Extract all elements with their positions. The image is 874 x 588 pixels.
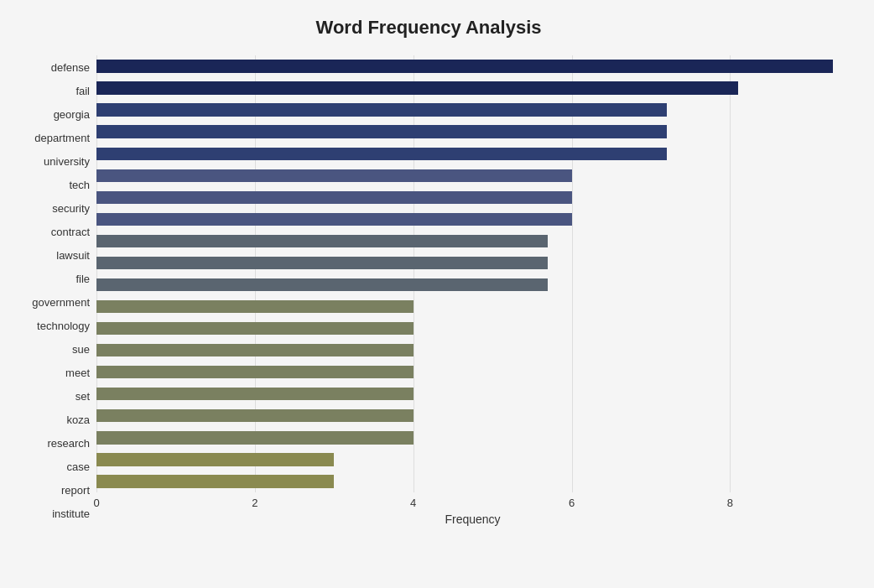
chart-container: Word Frequency Analysis defensefailgeorg… <box>0 0 874 588</box>
bar <box>96 366 414 378</box>
y-labels: defensefailgeorgiadepartmentuniversityte… <box>8 55 96 526</box>
y-label: tech <box>69 173 90 196</box>
bar <box>96 191 572 204</box>
bar-row <box>96 143 849 164</box>
bar-row <box>96 273 849 295</box>
bar <box>96 148 667 160</box>
y-label: contract <box>51 220 90 243</box>
chart-title: Word Frequency Analysis <box>8 17 849 39</box>
y-label: university <box>44 149 90 173</box>
x-tick: 2 <box>252 497 258 509</box>
bar <box>96 322 414 335</box>
y-label: institute <box>52 502 90 526</box>
bar-row <box>96 121 849 143</box>
bar-row <box>96 405 849 427</box>
bar <box>96 60 833 72</box>
bar-row <box>96 296 849 318</box>
bars-and-x: Frequency 02468 <box>96 55 849 526</box>
y-label: government <box>32 290 90 314</box>
x-axis: Frequency 02468 <box>96 492 849 526</box>
bar <box>96 125 667 138</box>
bar-row <box>96 449 849 471</box>
y-label: file <box>75 267 90 290</box>
bar <box>96 257 548 269</box>
x-tick: 8 <box>727 497 733 509</box>
y-label: technology <box>37 315 90 338</box>
bar-row <box>96 186 849 208</box>
y-label: sue <box>72 338 90 362</box>
y-label: department <box>34 126 90 149</box>
bar <box>96 475 334 487</box>
x-tick: 0 <box>93 497 99 509</box>
bar <box>96 278 548 291</box>
bar-row <box>96 208 849 230</box>
bars-area <box>96 55 849 492</box>
y-label: defense <box>51 55 90 79</box>
bar-row <box>96 252 849 273</box>
bar <box>96 431 414 444</box>
bar-row <box>96 164 849 186</box>
y-label: report <box>61 479 90 502</box>
y-label: set <box>75 385 90 408</box>
bar <box>96 235 548 247</box>
bar <box>96 344 414 356</box>
y-label: meet <box>65 362 90 385</box>
y-label: lawsuit <box>56 243 90 267</box>
y-label: case <box>67 455 90 479</box>
y-label: research <box>47 432 90 455</box>
bar-row <box>96 340 849 362</box>
x-axis-label: Frequency <box>96 513 849 526</box>
bar-row <box>96 427 849 449</box>
bar-row <box>96 383 849 405</box>
bar-row <box>96 99 849 121</box>
y-label: security <box>52 196 90 220</box>
bar <box>96 409 414 422</box>
chart-area: defensefailgeorgiadepartmentuniversityte… <box>8 55 849 526</box>
y-label: fail <box>75 79 90 102</box>
y-label: georgia <box>54 102 90 126</box>
bar-row <box>96 318 849 340</box>
bar-row <box>96 362 849 383</box>
bar <box>96 388 414 400</box>
bar <box>96 453 334 466</box>
bar <box>96 169 572 182</box>
bar-row <box>96 471 849 492</box>
bar <box>96 213 572 226</box>
bar-row <box>96 230 849 252</box>
x-tick: 4 <box>410 497 416 509</box>
y-label: koza <box>67 408 90 432</box>
bar <box>96 81 738 94</box>
bars-wrapper <box>96 55 849 492</box>
bar <box>96 103 667 116</box>
bar-row <box>96 55 849 77</box>
bar <box>96 300 414 313</box>
x-tick: 6 <box>569 497 575 509</box>
bar-row <box>96 77 849 99</box>
